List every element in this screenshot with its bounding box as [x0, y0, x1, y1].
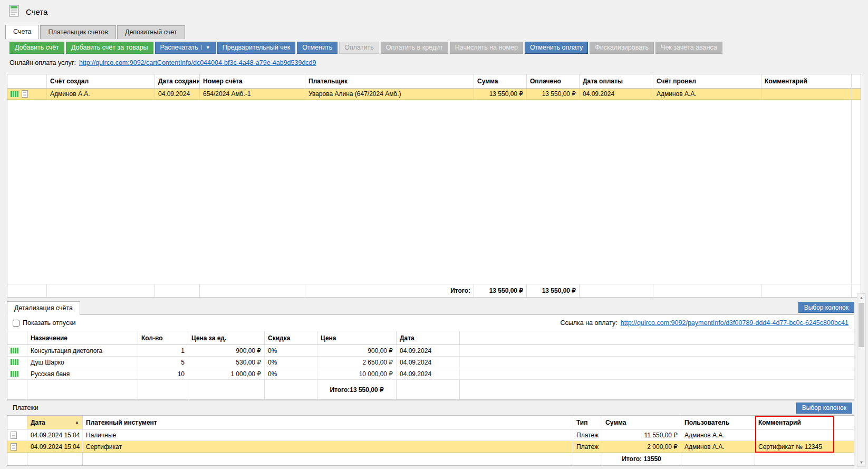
header-created-by[interactable]: Счёт создал: [47, 74, 155, 88]
cell-payment-amount: 2 000,00 ₽: [602, 441, 681, 452]
cell-date-created: 04.09.2024: [155, 89, 200, 99]
scrollbar-thumb[interactable]: [859, 303, 864, 347]
status-bars-icon: [11, 359, 18, 365]
payments-table-header: Дата ▲ Платежный инстумент Тип Сумма Пол…: [7, 416, 854, 429]
add-goods-invoice-button[interactable]: Добавить счёт за товары: [66, 42, 153, 54]
cell-payment-date: 04.09.2024: [580, 89, 653, 99]
cell-amount: 13 550,00 ₽: [474, 89, 527, 99]
header-unit-price[interactable]: Цена за ед.: [188, 331, 265, 344]
detail-row[interactable]: Душ Шарко 5 530,00 ₽ 0% 2 650,00 ₽ 04.09…: [7, 357, 854, 368]
invoice-details-panel: Показать отпуски Ссылка на оплату: http:…: [7, 314, 854, 400]
cell-unit-price: 530,00 ₽: [188, 357, 265, 368]
status-bars-icon: [11, 348, 18, 353]
footer-total-paid: 13 550,00 ₽: [527, 284, 580, 297]
header-price[interactable]: Цена: [317, 331, 397, 344]
header-payment-date[interactable]: Дата ▲: [27, 416, 83, 429]
payment-link-label: Ссылка на оплату:: [560, 319, 617, 327]
scroll-down-icon[interactable]: ▼: [857, 458, 865, 466]
invoices-table-header: Счёт создал Дата создани Номер счёта Пла…: [7, 74, 861, 89]
header-qty[interactable]: Кол-во: [138, 331, 188, 344]
cell-price: 10 000,00 ₽: [317, 368, 397, 379]
app-window: Счета Счета Плательщик счетов Депозитный…: [0, 0, 868, 469]
header-paid[interactable]: Оплачено: [527, 74, 580, 88]
preliminary-check-button[interactable]: Предварительный чек: [217, 42, 296, 54]
print-button[interactable]: Распечатать ▼: [155, 42, 216, 54]
detail-row[interactable]: Русская баня 10 1 000,00 ₽ 0% 10 000,00 …: [7, 368, 854, 380]
header-processed-by[interactable]: Счёт провел: [653, 74, 761, 88]
header-payment-instrument[interactable]: Платежный инстумент: [83, 416, 573, 429]
detail-table: Назначение Кол-во Цена за ед. Скидка Цен…: [7, 331, 854, 400]
header-payment-comment[interactable]: Комментарий: [755, 416, 854, 429]
cell-qty: 1: [138, 345, 188, 356]
header-discount[interactable]: Скидка: [265, 331, 317, 344]
cell-payment-instrument: Наличные: [83, 429, 573, 441]
cell-payment-comment: Сертификат № 12345: [755, 441, 854, 452]
cell-payment-type: Платеж: [573, 429, 602, 441]
detail-options-row: Показать отпуски Ссылка на оплату: http:…: [7, 315, 854, 331]
advance-offset-check-button: Чек зачёта аванса: [655, 42, 722, 54]
window-title: Счета: [26, 7, 47, 16]
choose-columns-button-detail[interactable]: Выбор колонок: [798, 302, 854, 313]
tab-accounts[interactable]: Счета: [5, 25, 39, 39]
detail-footer-total: Итого:13 550,00 ₽: [317, 380, 397, 399]
tab-payer[interactable]: Плательщик счетов: [40, 25, 115, 39]
choose-columns-button-payments[interactable]: Выбор колонок: [796, 403, 852, 414]
payment-link[interactable]: http://quirco.com:9092/paymentInfo/d3f00…: [621, 319, 848, 327]
cell-invoice-number: 654/2024 Амб.-1: [200, 89, 305, 99]
payments-table: Дата ▲ Платежный инстумент Тип Сумма Пол…: [7, 415, 854, 466]
pay-button: Оплатить: [339, 42, 379, 54]
cell-qty: 10: [138, 368, 188, 379]
cell-payment-user: Админов А.А.: [681, 429, 755, 441]
detail-row[interactable]: Консультация диетолога 1 900,00 ₽ 0% 900…: [7, 345, 854, 357]
header-payment-date[interactable]: Дата оплаты: [580, 74, 653, 88]
header-payer[interactable]: Плательщик: [305, 74, 474, 88]
header-payment-amount[interactable]: Сумма: [602, 416, 681, 429]
payment-row[interactable]: 04.09.2024 15:04 Наличные Платеж 11 550,…: [7, 429, 854, 441]
payments-section-title: Платежи: [13, 404, 38, 411]
footer-total-label: Итого:: [305, 284, 474, 297]
vertical-scrollbar[interactable]: ▲ ▼: [857, 293, 866, 467]
header-payment-user[interactable]: Пользователь: [681, 416, 755, 429]
cell-date: 04.09.2024: [397, 368, 460, 379]
fiscalize-button: Фискализировать: [590, 42, 654, 54]
cell-discount: 0%: [265, 345, 317, 356]
cancel-button[interactable]: Отменить: [297, 42, 337, 54]
show-vacations-label: Показать отпуски: [23, 319, 76, 327]
cell-unit-price: 900,00 ₽: [188, 345, 265, 356]
cell-date: 04.09.2024: [397, 345, 460, 356]
cell-service: Душ Шарко: [27, 357, 138, 368]
tab-deposit[interactable]: Депозитный счет: [117, 25, 185, 39]
header-invoice-number[interactable]: Номер счёта: [200, 74, 305, 88]
payment-row[interactable]: 04.09.2024 15:04 Сертификат Платеж 2 000…: [7, 441, 854, 453]
header-service[interactable]: Назначение: [27, 331, 138, 344]
toolbar: Добавить счёт Добавить счёт за товары Ра…: [0, 39, 868, 56]
status-bars-icon: [11, 371, 18, 377]
header-payment-type[interactable]: Тип: [573, 416, 602, 429]
header-date-created[interactable]: Дата создани: [155, 74, 200, 88]
show-vacations-checkbox[interactable]: [13, 320, 20, 327]
header-payment-date-label: Дата: [31, 419, 45, 426]
online-payment-link[interactable]: http://quirco.com:9092/cartContentInfo/d…: [79, 59, 316, 66]
footer-total-amount: 13 550,00 ₽: [474, 284, 527, 297]
header-amount[interactable]: Сумма: [474, 74, 527, 88]
invoices-table-empty-area: [7, 100, 861, 284]
header-icons: [7, 74, 47, 88]
tab-invoice-details[interactable]: Детализация счёта: [7, 301, 80, 315]
sort-asc-icon: ▲: [75, 420, 79, 425]
cancel-payment-button[interactable]: Отменить оплату: [525, 42, 588, 54]
detail-table-header: Назначение Кол-во Цена за ед. Скидка Цен…: [7, 331, 854, 345]
cell-payment-user: Админов А.А.: [681, 441, 755, 452]
show-vacations-option[interactable]: Показать отпуски: [13, 319, 76, 327]
cell-payment-amount: 11 550,00 ₽: [602, 429, 681, 441]
header-comment[interactable]: Комментарий: [761, 74, 861, 88]
cell-paid: 13 550,00 ₽: [527, 89, 580, 99]
invoice-row[interactable]: Админов А.А. 04.09.2024 654/2024 Амб.-1 …: [7, 89, 861, 100]
cell-price: 2 650,00 ₽: [317, 357, 397, 368]
cell-service: Консультация диетолога: [27, 345, 138, 356]
cell-comment: [761, 89, 861, 99]
add-invoice-button[interactable]: Добавить счёт: [9, 42, 64, 54]
header-date[interactable]: Дата: [397, 331, 460, 344]
status-bars-icon: [11, 91, 18, 97]
scroll-up-icon[interactable]: ▲: [857, 294, 865, 302]
cell-payer: Уварова Алина (647/2024 Амб.): [305, 89, 474, 99]
